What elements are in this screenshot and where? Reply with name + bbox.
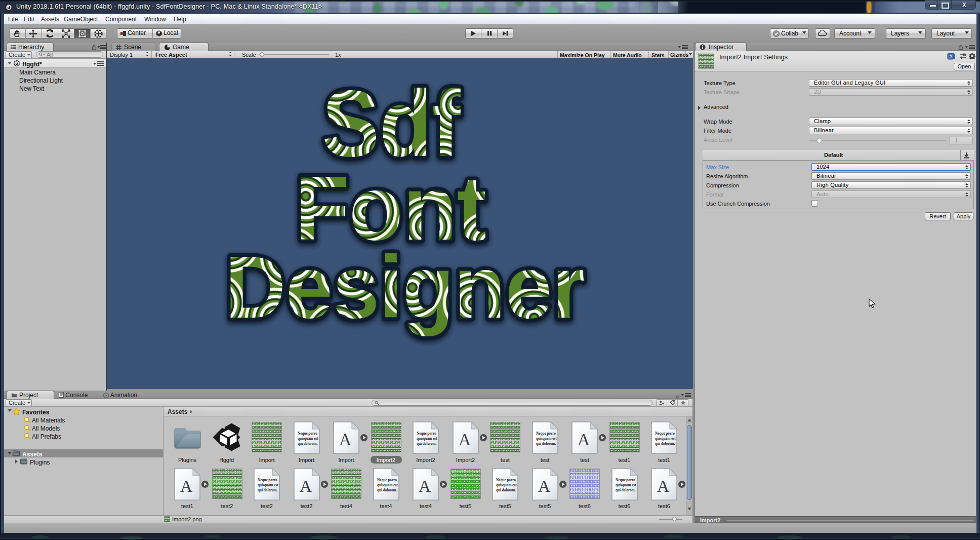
svg-text:Designer: Designer (225, 238, 585, 336)
svg-text:?: ? (949, 54, 952, 59)
